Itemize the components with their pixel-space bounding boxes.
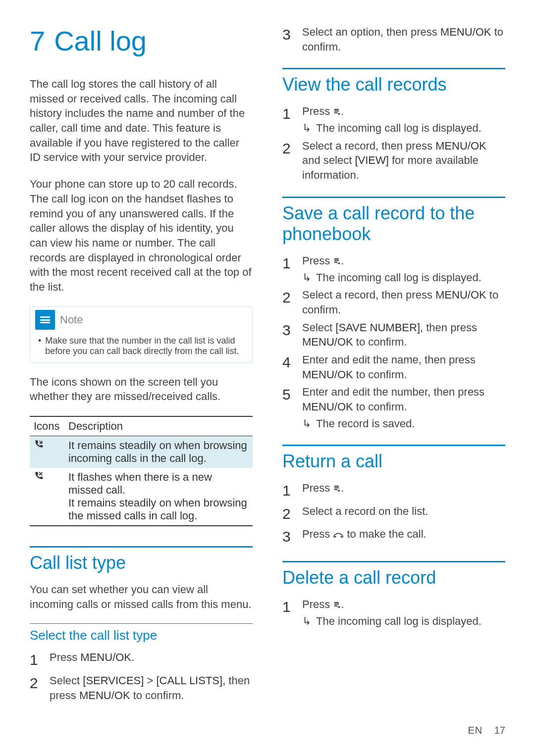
call-log-key-icon [333,254,341,267]
step-body: Select a record on the list. [302,504,505,524]
chapter-number: 7 [30,25,45,56]
bullet-icon: • [38,336,41,356]
step-body: Select [SAVE NUMBER], then press MENU/OK… [302,320,505,350]
note-label: Note [60,313,83,326]
step-body: Select a record, then press MENU/OK to c… [302,288,505,317]
step-number: 2 [282,288,293,317]
table-row: It remains steadily on when browsing inc… [30,436,253,468]
call-log-key-icon [333,482,341,494]
step: 2 Select a record on the list. [282,504,505,524]
steps-select-call-list-cont: 3 Select an option, then press MENU/OK t… [282,25,505,54]
step-body: Enter and edit the number, then press ME… [302,385,505,431]
step-number: 2 [282,504,293,524]
step-result: ↳ The incoming call log is displayed. [302,270,505,285]
step: 1 Press . ↳ The incoming call log is dis… [282,253,505,285]
step-body: Select [SERVICES] > [CALL LISTS], then p… [50,673,253,703]
step-number: 4 [282,353,293,382]
incoming-call-icon [30,436,64,468]
step-number: 1 [30,650,41,670]
step-number: 1 [282,104,293,135]
section-view-call-records: View the call records [282,68,505,95]
page-footer: EN 17 [468,725,505,736]
talk-key-icon [333,528,344,540]
step-number: 1 [282,481,293,501]
step-body: Press . ↳ The incoming call log is displ… [302,253,505,285]
step: 3 Press to make the call. [282,527,505,547]
step: 1 Press . ↳ The incoming call log is dis… [282,104,505,135]
call-log-key-icon [333,105,341,117]
table-row: It flashes when there is a new missed ca… [30,468,253,526]
row-desc-a: It flashes when there is a new missed ca… [68,471,249,497]
call-log-key-icon [333,598,341,610]
chapter-title: 7Call log [30,25,253,57]
steps-delete-record: 1 Press . ↳ The incoming call log is dis… [282,597,505,628]
note-box: Note • Make sure that the number in the … [30,306,253,363]
result-arrow-icon: ↳ [302,416,311,431]
step: 3 Select an option, then press MENU/OK t… [282,25,505,54]
step: 2 Select [SERVICES] > [CALL LISTS], then… [30,673,253,703]
intro-paragraph-2: Your phone can store up to 20 call recor… [30,177,253,295]
step: 1 Press MENU/OK. [30,650,253,670]
steps-return-call: 1 Press . 2 Select a record on the list.… [282,481,505,547]
step: 1 Press . ↳ The incoming call log is dis… [282,597,505,628]
row-desc: It remains steadily on when browsing inc… [64,436,253,468]
step-body: Enter and edit the name, then press MENU… [302,353,505,382]
subsection-select-call-list: Select the call list type [30,623,253,643]
left-column: 7Call log The call log stores the call h… [30,25,253,706]
row-desc: It flashes when there is a new missed ca… [64,468,253,526]
section-save-record: Save a call record to the phonebook [282,197,505,245]
step-body: Press . ↳ The incoming call log is displ… [302,597,505,628]
step-number: 5 [282,385,293,431]
step: 1 Press . [282,481,505,501]
step-result: ↳ The incoming call log is displayed. [302,121,505,136]
steps-select-call-list: 1 Press MENU/OK. 2 Select [SERVICES] > [… [30,650,253,703]
note-icon [35,310,55,330]
footer-page-number: 17 [494,725,505,736]
section-call-list-type: Call list type [30,546,253,573]
step-result: ↳ The incoming call log is displayed. [302,614,505,629]
step-body: Press to make the call. [302,527,505,547]
step: 2 Select a record, then press MENU/OK to… [282,288,505,317]
call-list-type-intro: You can set whether you can view all inc… [30,582,253,611]
step: 5 Enter and edit the number, then press … [282,385,505,431]
step-body: Press . [302,481,505,501]
step: 4 Enter and edit the name, then press ME… [282,353,505,382]
icons-table: Icons Description It remains steadily on… [30,416,253,526]
note-header: Note [30,307,252,333]
steps-save-record: 1 Press . ↳ The incoming call log is dis… [282,253,505,431]
step-body: Press . ↳ The incoming call log is displ… [302,104,505,135]
step-number: 1 [282,253,293,285]
icons-intro: The icons shown on the screen tell you w… [30,375,253,404]
step: 2 Select a record, then press MENU/OK an… [282,139,505,183]
step-number: 3 [282,527,293,547]
result-arrow-icon: ↳ [302,614,311,629]
chapter-title-text: Call log [54,25,147,56]
steps-view-records: 1 Press . ↳ The incoming call log is dis… [282,104,505,182]
step-body: Press MENU/OK. [50,650,253,670]
step-number: 1 [282,597,293,628]
section-delete-record: Delete a call record [282,561,505,588]
step-number: 2 [30,673,41,703]
step-number: 3 [282,25,293,54]
section-return-call: Return a call [282,445,505,472]
note-body: • Make sure that the number in the call … [30,333,252,362]
step-body: Select an option, then press MENU/OK to … [302,25,505,54]
missed-call-icon [30,468,64,526]
right-column: 3 Select an option, then press MENU/OK t… [282,25,505,706]
step: 3 Select [SAVE NUMBER], then press MENU/… [282,320,505,350]
result-arrow-icon: ↳ [302,121,311,136]
step-result: ↳ The record is saved. [302,416,505,431]
row-desc-b: It remains steadily on when browsing the… [68,497,249,522]
intro-paragraph-1: The call log stores the call history of … [30,77,253,165]
th-icons: Icons [30,416,64,436]
step-number: 2 [282,139,293,183]
result-arrow-icon: ↳ [302,270,311,285]
note-text: Make sure that the number in the call li… [45,336,244,356]
step-body: Select a record, then press MENU/OK and … [302,139,505,183]
step-number: 3 [282,320,293,350]
footer-language: EN [468,725,482,736]
th-description: Description [64,416,253,436]
